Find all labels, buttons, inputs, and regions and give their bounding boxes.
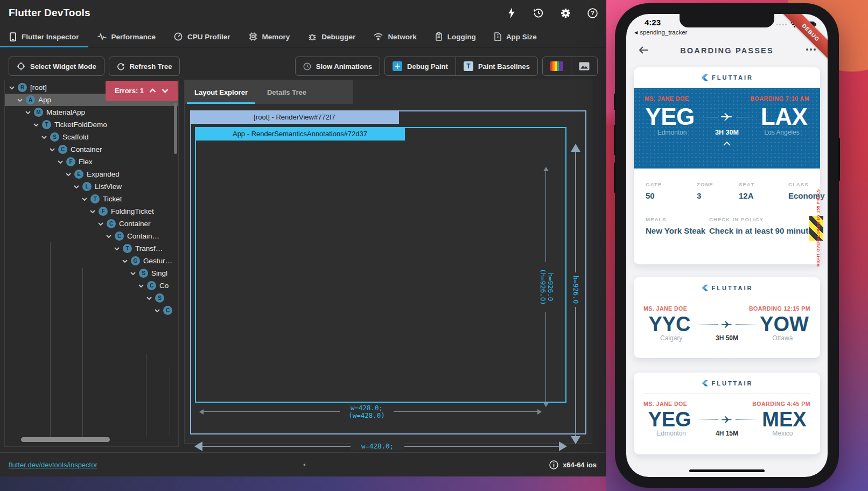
widget-label: MaterialApp: [46, 108, 85, 116]
info-icon: [549, 460, 558, 469]
prev-error-icon: [149, 88, 156, 93]
repaint-rainbow-button[interactable]: [543, 57, 571, 75]
collapse-chevron[interactable]: [645, 142, 809, 146]
tab-flutter-inspector[interactable]: Flutter Inspector: [0, 26, 88, 47]
paint-toggles-group: Debug Paint T Paint Baselines: [384, 57, 538, 76]
tab-performance[interactable]: Performance: [88, 26, 165, 47]
plane-icon: [721, 113, 733, 121]
render-semantics-box[interactable]: App - RenderSemanticsAnnotations#72d37: [195, 127, 566, 403]
plane-icon: [722, 416, 732, 424]
origin-city: Calgary: [643, 334, 699, 342]
tree-row[interactable]: C: [5, 304, 178, 317]
devtools-titlebar: Flutter DevTools: [0, 0, 606, 26]
history-icon[interactable]: [533, 8, 544, 18]
phone-screen: 4:23 ◀ spending_tracker DEBUG: [626, 14, 828, 477]
detail-cell: GATE 50: [646, 181, 697, 200]
chevron-down-icon: [138, 284, 144, 288]
tree-row[interactable]: C Container: [5, 218, 178, 230]
chevron-down-icon: [82, 197, 87, 201]
paint-baselines-button[interactable]: T Paint Baselines: [456, 57, 537, 75]
app-switcher-breadcrumb[interactable]: ◀ spending_tracker: [634, 29, 687, 36]
errors-badge[interactable]: Errors: 1: [106, 81, 178, 101]
outer-width-label: w=428.0;: [351, 443, 404, 450]
widget-label: FoldingTicket: [111, 207, 154, 215]
airline-name: FLUTTAIR: [712, 380, 753, 387]
widget-label: Container: [119, 220, 151, 228]
tree-row[interactable]: F Flex: [5, 156, 178, 168]
image-icon: [579, 62, 590, 71]
home-indicator[interactable]: [689, 469, 765, 472]
render-toggles-group: [542, 57, 598, 76]
tree-guide-line: [146, 354, 146, 437]
tree-vertical-scrollbar[interactable]: [174, 103, 177, 154]
select-widget-mode-button[interactable]: Select Widget Mode: [9, 57, 104, 76]
volume-up-button: [614, 125, 615, 155]
invert-images-button[interactable]: [571, 57, 597, 75]
tab-cpu-profiler[interactable]: CPU Profiler: [165, 26, 240, 47]
detail-label: SEAT: [739, 181, 788, 187]
tree-row[interactable]: C Co: [5, 279, 178, 292]
widget-type-badge: F: [66, 157, 75, 166]
statusbar-dot: •: [303, 461, 306, 469]
tab-details-tree[interactable]: Details Tree: [257, 80, 316, 104]
tree-row[interactable]: E Expanded: [5, 168, 178, 180]
chevron-down-icon: [58, 160, 63, 164]
tree-row[interactable]: C Container: [5, 143, 178, 156]
tree-row[interactable]: M MaterialApp: [5, 106, 178, 118]
slow-animations-button[interactable]: Slow Animations: [295, 57, 380, 76]
devtools-statusbar: flutter.dev/devtools/inspector • x64-64 …: [0, 452, 606, 476]
flight-path: [695, 113, 759, 121]
widget-type-badge: A: [26, 95, 35, 104]
pass-details-section: GATE 50 ZONE 3 SEAT: [634, 169, 820, 235]
tree-row[interactable]: T TicketFoldDemo: [5, 118, 178, 131]
tab-layout-explorer[interactable]: Layout Explorer: [185, 80, 257, 104]
origin-code: YEG: [643, 408, 696, 431]
chevron-down-icon: [25, 110, 31, 115]
fluttair-mark-icon: [701, 379, 708, 387]
policy-label: CHECK-IN POLICY: [709, 216, 817, 222]
chevron-down-icon: [33, 123, 39, 127]
chevron-down-icon: [74, 185, 79, 189]
page-title: BOARDING PASSES: [626, 46, 828, 55]
fluttair-mark-icon: [701, 73, 708, 82]
chevron-down-icon: [122, 259, 128, 263]
tab-logging[interactable]: Logging: [426, 26, 485, 47]
tree-row[interactable]: S Scaffold: [5, 131, 178, 143]
policy-cell: CHECK-IN POLICY Check in at least 90 min…: [709, 216, 817, 235]
tab-debugger[interactable]: Debugger: [299, 26, 365, 47]
overflow-menu-button[interactable]: [806, 48, 816, 51]
widget-type-badge: G: [131, 256, 140, 265]
tree-row[interactable]: S Singl: [5, 267, 178, 279]
tab-app-size[interactable]: App Size: [485, 26, 546, 47]
tab-network[interactable]: Network: [365, 26, 425, 47]
tree-row[interactable]: C Contain…: [5, 230, 178, 242]
file-zip-icon: [494, 32, 501, 41]
flight-duration: 3H 30M: [699, 129, 754, 136]
inspector-toolbar: Select Widget Mode Refresh Tree Slow Ani…: [0, 48, 606, 80]
tree-row[interactable]: L ListView: [5, 180, 178, 193]
tab-memory[interactable]: Memory: [240, 26, 299, 47]
hot-reload-bolt-icon[interactable]: [506, 8, 517, 18]
layout-explorer-panel: Layout Explorer Details Tree [root] - Re…: [184, 80, 592, 444]
boarding-pass-collapsed[interactable]: FLUTTAIR MS. JANE DOE BOARDING 12:15 PM …: [634, 277, 820, 358]
gear-icon[interactable]: [560, 8, 571, 18]
tree-row[interactable]: T Ticket: [5, 193, 178, 205]
tree-row[interactable]: F FoldingTicket: [5, 205, 178, 218]
refresh-tree-button[interactable]: Refresh Tree: [109, 57, 180, 76]
power-button: [838, 138, 840, 181]
widget-label: TicketFoldDemo: [54, 121, 107, 129]
widget-label: Expanded: [87, 170, 120, 178]
tree-row[interactable]: S: [5, 292, 178, 304]
tree-horizontal-scrollbar[interactable]: [21, 437, 110, 442]
tree-row[interactable]: G Gestur…: [5, 255, 178, 267]
help-icon[interactable]: ?: [587, 8, 598, 18]
bug-icon: [308, 32, 317, 41]
boarding-pass-expanded[interactable]: FLUTTAIR MS. JANE DOE BOARDING 7:10 AM Y…: [634, 67, 820, 264]
chevron-down-icon: [106, 234, 111, 239]
chevron-down-icon: [50, 148, 55, 152]
tree-row[interactable]: T Transf…: [5, 242, 178, 255]
boarding-pass-collapsed[interactable]: FLUTTAIR MS. JANE DOE BOARDING 4:45 PM Y…: [634, 373, 820, 454]
outer-height-label: h=926.0: [572, 272, 579, 307]
docs-link[interactable]: flutter.dev/devtools/inspector: [9, 461, 97, 469]
debug-paint-button[interactable]: Debug Paint: [385, 57, 456, 75]
